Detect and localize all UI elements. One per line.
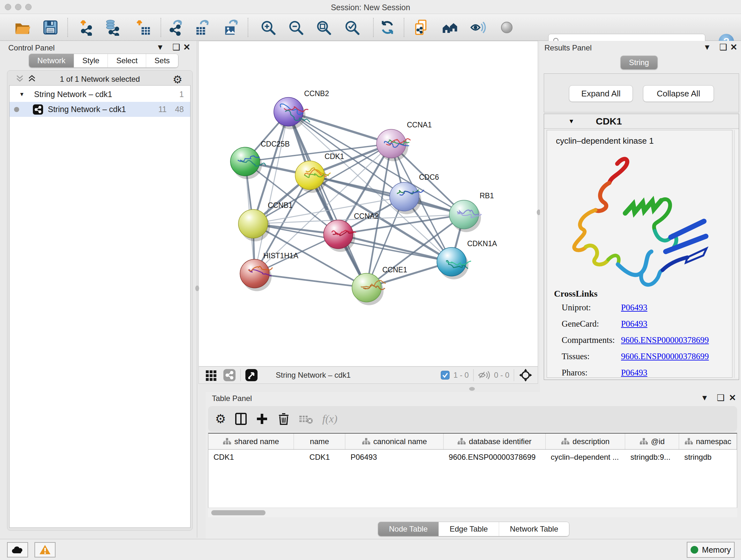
network-tree-root-row[interactable]: ▼ String Network – cdk1 1 [10, 87, 190, 102]
column-header--id[interactable]: @id [625, 434, 679, 449]
column-header-description[interactable]: description [546, 434, 625, 449]
tab-string[interactable]: String [621, 56, 657, 69]
column-header-label: namespac [696, 437, 731, 446]
entry-collapse-icon[interactable]: ▼ [568, 118, 575, 125]
add-column-plus-icon[interactable] [255, 412, 269, 426]
network-home-button[interactable] [441, 18, 459, 37]
column-header-namespac[interactable]: namespac [679, 434, 737, 449]
selected-checkbox-icon[interactable] [441, 371, 450, 380]
zoom-in-button[interactable] [259, 18, 277, 37]
bottom-splitter-handle[interactable] [469, 387, 475, 391]
birds-eye-view-icon[interactable] [245, 369, 258, 381]
tab-style[interactable]: Style [74, 54, 108, 67]
node-label-rb1: RB1 [480, 192, 494, 200]
toolbar-separator [248, 18, 248, 37]
tab-sets[interactable]: Sets [146, 54, 178, 67]
import-table-button[interactable] [134, 18, 151, 37]
table-options-gear-icon[interactable]: ⚙ [215, 412, 226, 426]
tab-select[interactable]: Select [108, 54, 146, 67]
show-columns-icon[interactable] [234, 412, 248, 426]
table-hscrollbar-thumb[interactable] [211, 510, 266, 515]
network-node-cdc6[interactable] [390, 182, 419, 211]
table-panel-float-button[interactable]: ▼ [701, 393, 709, 402]
memory-status-dot-icon [690, 546, 698, 554]
column-header-name[interactable]: name [294, 434, 346, 449]
clone-network-button[interactable] [413, 18, 431, 37]
table-cell[interactable]: stringdb:9... [625, 449, 679, 465]
network-node-ccnb1[interactable] [239, 209, 268, 238]
entry-header[interactable]: ▼ CDK1 [544, 114, 739, 129]
crosslink-value-link[interactable]: P06493 [621, 319, 648, 329]
results-panel-tabs: String [620, 56, 658, 70]
open-session-button[interactable] [13, 18, 31, 37]
column-header-database-identifier[interactable]: database identifier [444, 434, 546, 449]
tab-edge-table[interactable]: Edge Table [439, 522, 499, 536]
save-session-button[interactable] [42, 18, 59, 37]
crosslink-value-link[interactable]: P06493 [621, 368, 648, 378]
export-table-button[interactable] [194, 18, 212, 37]
results-scrollbar-track[interactable] [734, 130, 739, 378]
zoom-selected-button[interactable] [343, 18, 361, 37]
delete-column-trash-icon[interactable] [277, 412, 290, 426]
table-panel-maximize-button[interactable]: ❑ [717, 393, 724, 403]
network-edge[interactable] [288, 112, 367, 288]
memory-button[interactable]: Memory [687, 542, 735, 558]
network-edge[interactable] [255, 112, 288, 273]
network-edge[interactable] [310, 175, 464, 214]
toolbar-separator [373, 18, 374, 37]
network-node-ccnb2[interactable] [274, 98, 303, 126]
tab-network-table[interactable]: Network Table [499, 522, 569, 536]
network-list-options-gear-icon[interactable]: ⚙ [173, 73, 182, 86]
expand-all-button[interactable]: Expand All [569, 85, 633, 102]
export-network-button[interactable] [167, 18, 185, 37]
table-cell[interactable]: P06493 [345, 449, 444, 465]
crosslink-value-link[interactable]: 9606.ENSP00000378699 [621, 335, 709, 345]
results-panel-maximize-button[interactable]: ❑ [719, 42, 727, 52]
column-header-shared-name[interactable]: shared name [208, 434, 294, 449]
table-cell[interactable]: 9606.ENSP00000378699 [444, 449, 546, 465]
control-panel-maximize-button[interactable]: ❑ [172, 42, 180, 52]
level-of-detail-button[interactable] [498, 18, 516, 37]
table-panel-close-button[interactable]: ✕ [729, 393, 736, 403]
results-panel-float-button[interactable]: ▼ [703, 43, 711, 52]
zoom-out-button[interactable] [287, 18, 305, 37]
crosslink-value-link[interactable]: P06493 [621, 303, 648, 313]
show-graphics-details-button[interactable] [469, 18, 487, 37]
tree-expander-icon[interactable]: ▼ [19, 91, 24, 98]
network-view-share-icon[interactable] [223, 369, 236, 381]
table-row[interactable]: CDK1CDK1P064939606.ENSP00000378699cyclin… [208, 449, 737, 465]
network-tree-row[interactable]: String Network – cdk1 11 48 [10, 102, 190, 117]
protein-structure-image [553, 149, 726, 287]
apply-layout-button[interactable] [379, 18, 396, 37]
import-network-from-database-button[interactable] [105, 18, 122, 37]
cloud-status-button[interactable] [7, 542, 28, 557]
table-hscrollbar-track[interactable] [208, 508, 737, 517]
control-panel-close-button[interactable]: ✕ [183, 42, 191, 52]
grid-view-icon[interactable] [205, 369, 217, 381]
results-panel: Results Panel ▼ ❑ ✕ String Expand All Co… [540, 41, 741, 392]
table-cell[interactable]: CDK1 [208, 449, 294, 465]
results-panel-close-button[interactable]: ✕ [730, 42, 738, 52]
pan-crosshair-icon[interactable] [519, 368, 533, 382]
function-builder-icon[interactable]: f(x) [322, 413, 337, 425]
tab-network[interactable]: Network [29, 54, 74, 67]
collapse-all-button[interactable]: Collapse All [643, 85, 714, 102]
fit-content-button[interactable] [315, 18, 333, 37]
network-node-cdc25b[interactable] [230, 147, 260, 176]
column-header-canonical-name[interactable]: canonical name [345, 434, 444, 449]
tab-node-table[interactable]: Node Table [378, 522, 439, 536]
delete-table-icon[interactable] [299, 413, 313, 425]
string-network-graph[interactable]: CCNB2CCNA1CDC25BCDK1CDC6RB1CCNB1CCNA2CDK… [199, 41, 538, 366]
table-cell[interactable]: cyclin–dependent ... [546, 449, 625, 465]
network-node-ccne1[interactable] [352, 273, 381, 302]
hidden-eye-icon[interactable] [478, 370, 491, 381]
table-cell[interactable]: CDK1 [294, 449, 346, 465]
left-splitter-handle[interactable] [195, 286, 199, 291]
import-network-button[interactable] [77, 18, 95, 37]
export-image-button[interactable] [223, 18, 241, 37]
table-cell[interactable]: stringdb [679, 449, 737, 465]
crosslink-value-link[interactable]: 9606.ENSP00000378699 [621, 352, 709, 361]
control-panel-float-button[interactable]: ▼ [156, 43, 164, 52]
network-canvas[interactable]: CCNB2CCNA1CDC25BCDK1CDC6RB1CCNB1CCNA2CDK… [199, 41, 538, 367]
warning-status-button[interactable] [35, 542, 56, 557]
